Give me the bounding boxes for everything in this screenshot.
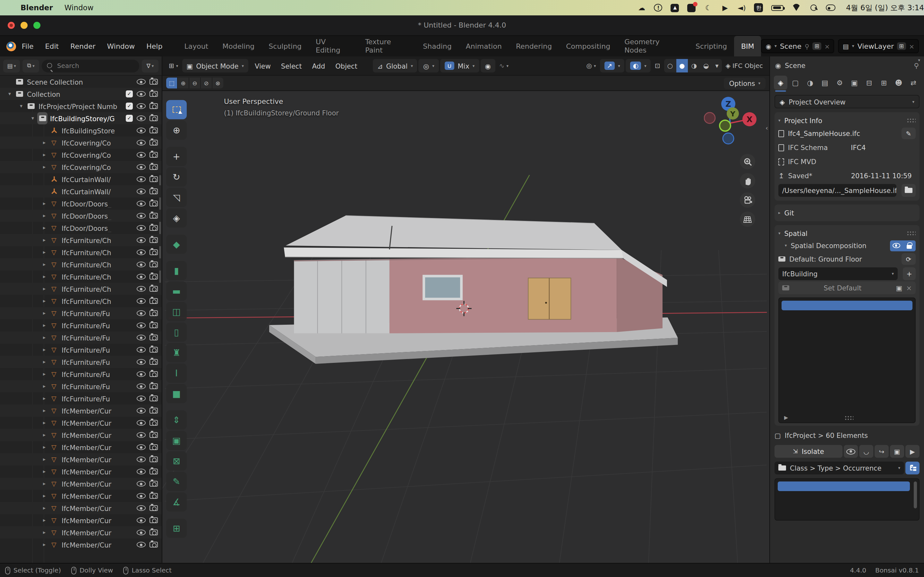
eye-icon[interactable] bbox=[137, 456, 145, 462]
tray-icon[interactable]: ▲ bbox=[671, 3, 679, 12]
outliner-item-label[interactable]: IfcMember/Cur bbox=[61, 431, 137, 439]
new-scene-button[interactable]: ⊞ bbox=[813, 42, 821, 50]
tab-structural-icon[interactable]: ▣ bbox=[848, 76, 861, 90]
eye-icon[interactable] bbox=[137, 261, 145, 268]
viewport-menu[interactable]: View bbox=[250, 62, 276, 69]
outliner-item-label[interactable]: IfcFurniture/Fu bbox=[61, 395, 137, 402]
edit-project-button[interactable]: ✎ bbox=[901, 127, 916, 139]
hierarchy-select[interactable]: Class > Type > Occurrence ▾ bbox=[774, 462, 904, 474]
annotation-tool[interactable]: ✎ bbox=[166, 472, 187, 491]
container-class-select[interactable]: IfcBuilding ▾ bbox=[779, 268, 898, 280]
outliner-item-label[interactable]: IfcFurniture/Fu bbox=[61, 334, 137, 342]
tray-icon[interactable]: 한 bbox=[754, 3, 763, 12]
add-container-button[interactable]: + bbox=[903, 268, 916, 280]
eye-icon[interactable] bbox=[137, 444, 145, 450]
outliner-item-label[interactable]: IfcMember/Cur bbox=[61, 504, 137, 512]
falloff-selector[interactable]: ∿▾ bbox=[497, 62, 511, 69]
camera-visibility-icon[interactable] bbox=[150, 310, 158, 316]
expand-chevron[interactable] bbox=[40, 542, 49, 548]
wall-tool[interactable]: ▮ bbox=[166, 261, 187, 280]
expand-chevron[interactable] bbox=[40, 274, 49, 279]
tray-icon[interactable]: ◄) bbox=[738, 3, 746, 12]
select-arrow-button[interactable]: ▶ bbox=[905, 445, 919, 458]
browse-folder-button[interactable] bbox=[901, 184, 916, 197]
outliner-row[interactable]: ▽ IfcCovering/Co ✓ bbox=[0, 137, 162, 149]
outliner-item-label[interactable]: IfcMember/Cur bbox=[61, 541, 137, 548]
viewlayer-selector[interactable]: ▤▾ ViewLayer ⊞ × bbox=[838, 39, 919, 53]
wireframe-shading-button[interactable]: ○ bbox=[664, 59, 676, 73]
scene-name[interactable]: Scene bbox=[780, 42, 801, 50]
camera-visibility-icon[interactable] bbox=[150, 115, 158, 121]
spatial-decomposition-label[interactable]: Spatial Decomposition bbox=[791, 242, 867, 250]
select-mode-subtract[interactable]: ⊖ bbox=[189, 77, 200, 89]
tray-icon[interactable]: ! bbox=[654, 4, 662, 11]
options-button[interactable]: Options▾ bbox=[724, 77, 766, 89]
outliner-display-mode-button[interactable]: ▤▾ bbox=[3, 59, 20, 72]
tab-costing-scheduling-icon[interactable]: ⊟ bbox=[863, 76, 876, 90]
eye-icon[interactable] bbox=[137, 79, 145, 85]
workspace-tab[interactable]: Compositing bbox=[559, 36, 617, 56]
expand-chevron[interactable] bbox=[40, 517, 49, 523]
workspace-tab[interactable]: Scripting bbox=[688, 36, 734, 56]
xray-toggle[interactable]: ⊡ bbox=[652, 62, 663, 69]
eye-icon[interactable] bbox=[137, 274, 145, 279]
expand-chevron[interactable] bbox=[40, 371, 49, 377]
camera-visibility-icon[interactable] bbox=[150, 79, 158, 85]
expand-chevron[interactable] bbox=[40, 201, 49, 206]
camera-visibility-icon[interactable] bbox=[150, 335, 158, 340]
outliner-row[interactable]: ▽ IfcDoor/Doors_ ✓ bbox=[0, 210, 162, 222]
tab-services-systems-icon[interactable]: ⚙ bbox=[833, 76, 846, 90]
expand-chevron[interactable] bbox=[40, 444, 49, 450]
material-shading-button[interactable]: ◑ bbox=[688, 59, 700, 73]
topbar-menu[interactable]: Help bbox=[141, 42, 168, 50]
camera-visibility-icon[interactable] bbox=[150, 505, 158, 511]
outliner-row[interactable]: ▽ IfcFurniture/Fu ✓ bbox=[0, 319, 162, 332]
expand-chevron[interactable] bbox=[40, 408, 49, 414]
pivot-point-selector[interactable]: ◎▾ bbox=[419, 59, 439, 73]
expand-chevron[interactable] bbox=[5, 91, 14, 97]
outliner-item-label[interactable]: IfcFurniture/Fu bbox=[61, 346, 137, 354]
camera-visibility-icon[interactable] bbox=[150, 432, 158, 438]
camera-visibility-icon[interactable] bbox=[150, 189, 158, 194]
rotate-tool[interactable]: ↻ bbox=[166, 167, 187, 187]
eye-icon[interactable] bbox=[137, 530, 145, 535]
snap-selector[interactable]: ∪Mix▾ bbox=[440, 59, 479, 73]
eye-icon[interactable] bbox=[137, 127, 145, 133]
tab-object-information-icon[interactable]: ▢ bbox=[788, 76, 802, 90]
eye-icon[interactable] bbox=[137, 322, 145, 328]
eye-icon[interactable] bbox=[137, 164, 145, 170]
outliner-filter-button[interactable]: ∇▾ bbox=[142, 59, 158, 72]
proportional-editing-button[interactable]: ◉ bbox=[480, 59, 495, 73]
outliner-row[interactable]: ▽ IfcFurniture/Fu ✓ bbox=[0, 380, 162, 392]
eye-icon[interactable] bbox=[137, 359, 145, 365]
outliner-row[interactable]: ▽ Scene Collection ✓ bbox=[0, 76, 162, 88]
expand-chevron[interactable] bbox=[40, 396, 49, 401]
properties-breadcrumb[interactable]: Scene bbox=[785, 61, 805, 69]
transform-orientation-selector[interactable]: ⊿ Global▾ bbox=[373, 59, 417, 73]
workspace-tab[interactable]: Sculpting bbox=[262, 36, 309, 56]
scene-selector[interactable]: ◉▾ Scene ⚲ ⊞ × bbox=[761, 39, 835, 53]
expand-chevron[interactable] bbox=[40, 310, 49, 316]
outliner-row[interactable]: ▽ IfcMember/Cur ✓ bbox=[0, 502, 162, 514]
outliner-row[interactable]: ▽ Collection ✓ bbox=[0, 88, 162, 100]
expand-chevron[interactable] bbox=[40, 505, 49, 511]
outliner-item-label[interactable]: IfcDoor/Doors_ bbox=[61, 224, 137, 232]
outliner-item-label[interactable]: IfcMember/Cur bbox=[61, 419, 137, 427]
eye-icon[interactable] bbox=[137, 493, 145, 499]
expand-chevron[interactable] bbox=[40, 250, 49, 255]
camera-visibility-icon[interactable] bbox=[150, 493, 158, 499]
camera-visibility-icon[interactable] bbox=[150, 176, 158, 182]
tab-quality-coordination-icon[interactable]: ⇄ bbox=[907, 76, 920, 90]
camera-visibility-icon[interactable] bbox=[150, 250, 158, 255]
overlays-toggle[interactable]: ◐▾ bbox=[626, 59, 651, 73]
tray-icon[interactable] bbox=[772, 5, 784, 11]
camera-visibility-icon[interactable] bbox=[150, 542, 158, 548]
outliner-row[interactable]: ▽ IfcDoor/Doors_ ✓ bbox=[0, 222, 162, 234]
eye-icon[interactable] bbox=[137, 371, 145, 377]
select-mode-intersect[interactable]: ⊗ bbox=[212, 77, 223, 89]
outliner-item-label[interactable]: IfcDoor/Doors_ bbox=[61, 212, 137, 219]
workspace-tab[interactable]: Animation bbox=[459, 36, 509, 56]
outliner-row[interactable]: ▽ IfcMember/Cur ✓ bbox=[0, 478, 162, 490]
pin-icon[interactable]: ⚲ bbox=[804, 43, 809, 50]
outliner-item-label[interactable]: IfcMember/Cur bbox=[61, 456, 137, 463]
